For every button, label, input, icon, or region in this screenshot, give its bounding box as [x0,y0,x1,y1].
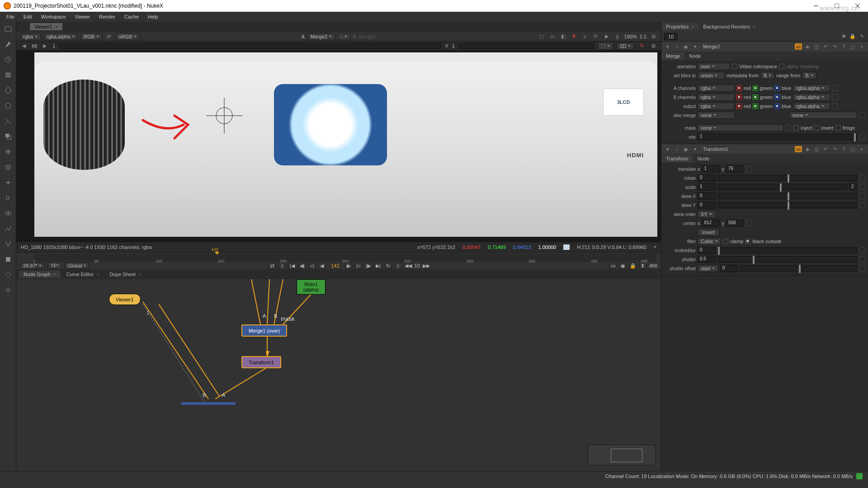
anim-menu[interactable] [785,125,792,131]
menu-help[interactable]: Help [144,13,162,20]
menu-file[interactable]: File [3,13,18,20]
node-minimap[interactable] [588,445,656,465]
tab-dopesheet[interactable]: Dope Sheet× [105,271,146,278]
tab-curveeditor[interactable]: Curve Editor× [61,271,104,278]
translate-y-input[interactable]: 76 [726,165,744,173]
sync-icon[interactable]: ⇄ [269,263,276,269]
help-button[interactable]: ? [840,146,847,152]
mask-select[interactable]: none [698,124,783,131]
current-frame[interactable]: 142 [328,263,342,268]
circle-icon[interactable]: ○ [673,146,680,152]
close-button[interactable]: × [858,43,865,50]
anim-menu[interactable] [859,202,865,208]
goto-last-icon[interactable]: ▶| [375,263,382,269]
mix-slider[interactable] [717,134,857,140]
tab-transform[interactable]: Transform [661,155,693,162]
anim-menu[interactable] [859,193,865,199]
shutteroffset-slider[interactable] [740,265,857,272]
split-button[interactable]: ◫ [813,43,820,50]
tool-draw-icon[interactable] [4,40,13,49]
operation-select[interactable]: over [698,63,730,70]
input-a-select[interactable]: Merge2 [307,33,335,40]
loop-icon[interactable]: ↻ [385,263,392,269]
float-button[interactable]: ▢ [849,43,856,50]
rgb-select[interactable]: RGB [80,33,102,40]
tab-bgrenders[interactable]: Background Renders× [699,23,760,30]
tool-transform-icon[interactable] [4,147,13,156]
skip-fwd-icon[interactable]: ▶▶ [423,263,430,269]
anim-menu[interactable] [859,256,865,263]
tool-channel-icon[interactable] [4,70,13,80]
tab-node[interactable]: Node [684,52,705,60]
end-frame[interactable]: 488 [649,263,657,268]
viewer-canvas[interactable]: 3LCD HDMI HD_1080 868x488 bbox~ -4 0 1… [16,51,661,252]
goto-first-icon[interactable]: |◀ [288,263,296,269]
ip-button[interactable]: IP [105,33,113,40]
collapse-icon[interactable]: ▾ [664,146,671,152]
alpha-masking-check[interactable] [779,64,784,69]
node-viewer1[interactable]: Viewer1 [109,294,141,305]
tool-image-icon[interactable] [4,24,13,33]
timeline-marker[interactable] [215,252,219,255]
anim-menu[interactable] [859,112,865,118]
fringe-check[interactable] [835,125,841,131]
split-button[interactable]: ◫ [813,146,820,152]
list-icon[interactable]: ≡ [581,33,589,40]
play-forward-icon[interactable]: ▶ [345,263,352,269]
redo-button[interactable]: ↷ [831,146,838,152]
chevron-down-icon[interactable] [654,246,656,248]
tool-merge-icon[interactable] [4,132,13,141]
inject-check[interactable] [793,125,799,131]
blue-check[interactable]: ✕ [774,103,780,109]
pencil-icon[interactable]: ✎ [637,42,646,50]
tool-other-icon[interactable] [4,255,13,264]
redo-button[interactable]: ↷ [831,43,838,50]
tf-select[interactable]: TF* [47,263,62,269]
tool-metadata-icon[interactable] [4,224,13,233]
skewy-slider[interactable] [717,202,857,208]
shutter-input[interactable]: 0.5 [698,256,716,263]
filter-select[interactable]: Cubic [698,238,721,245]
lock-icon[interactable]: ⊠ [649,42,657,50]
tool-color-icon[interactable] [4,86,13,95]
tool-all-icon[interactable] [4,270,13,279]
metadata-select[interactable]: B [760,72,774,79]
undo-button[interactable]: ↶ [822,43,829,50]
help-button[interactable]: ? [840,43,847,50]
roi-icon[interactable]: ▢ [538,33,546,40]
prev-key-icon[interactable]: ◀| [298,263,306,269]
node-bottom[interactable] [181,402,236,405]
alpha-out-select[interactable]: rgba.alpha [793,94,830,101]
colorspace-select[interactable]: sRGB [116,33,140,40]
translate-x-input[interactable]: 1 [702,165,720,173]
shutteroffset-val[interactable]: 0 [720,265,738,272]
wand-icon[interactable]: ✦ [691,146,698,152]
menu-render[interactable]: Render [95,13,119,20]
exposure-slider[interactable] [59,43,441,49]
export-icon[interactable]: ⬆ [639,263,646,269]
step-forward-icon[interactable]: ▷ [355,263,362,269]
alpha-out-select[interactable]: rgba.alpha [793,103,830,110]
blue-check[interactable]: ✕ [774,85,780,91]
2d-select[interactable]: 2D [617,42,634,50]
close-icon[interactable]: × [55,24,58,29]
invert-button[interactable]: invert [698,229,719,236]
channel-select[interactable]: rgba [20,33,41,40]
skeworder-select[interactable]: XY [698,211,716,218]
red-check[interactable]: ✕ [736,85,742,91]
scale-slider[interactable] [717,184,847,190]
pencil-icon[interactable]: ✎ [858,33,865,40]
node-merge1[interactable]: Merge1 (over) [241,324,287,337]
red-check[interactable]: ✕ [736,94,742,100]
viewer-tab-viewer1[interactable]: Viewer1 × [30,23,62,30]
tool-3d-icon[interactable] [4,163,13,172]
scale-input[interactable]: 1 [698,183,716,191]
lock-icon[interactable]: 🔒 [849,33,856,40]
skip-back-icon[interactable]: ◀◀ [405,263,412,269]
skewx-slider[interactable] [717,193,857,199]
tool-keyer-icon[interactable] [4,117,13,126]
center-x-input[interactable]: 812 [702,220,720,227]
undo-button[interactable]: ↶ [822,146,829,152]
anim-menu[interactable] [859,175,865,181]
tab-node[interactable]: Node [693,155,714,162]
